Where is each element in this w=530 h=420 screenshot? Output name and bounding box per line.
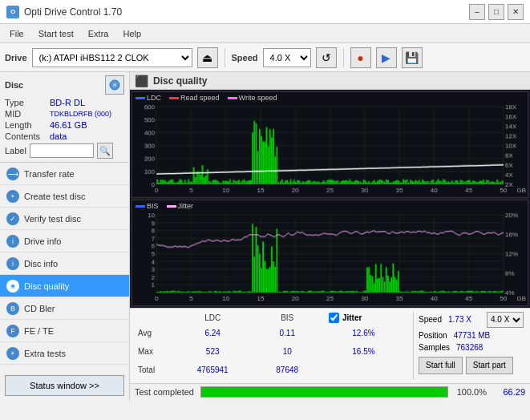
close-button[interactable]: ✕ xyxy=(508,4,524,20)
stats-max-row: Max 523 10 16.5% xyxy=(136,342,407,361)
main-layout: Disc Type BD-R DL MID TDKBLDRFB (000) Le… xyxy=(0,72,530,401)
sidebar-item-disc-info[interactable]: i Disc info xyxy=(0,252,129,275)
drive-select[interactable]: (k:) ATAPI iHBS112 2 CLOK xyxy=(32,48,192,67)
jitter-checkbox[interactable] xyxy=(329,313,339,323)
content-area: ⬛ Disc quality LDC Read speed xyxy=(130,72,530,401)
sidebar-item-create-test-disc-label: Create test disc xyxy=(24,192,85,201)
menu-bar: File Start test Extra Help xyxy=(0,24,530,43)
bottom-chart-legend: BIS Jitter xyxy=(136,202,193,210)
speed-label: Speed xyxy=(232,53,258,63)
col-header-empty xyxy=(136,312,172,324)
max-jitter: 16.5% xyxy=(321,342,407,361)
avg-ldc: 6.24 xyxy=(172,324,254,342)
speed-value: 1.73 X xyxy=(448,315,480,324)
sidebar-item-cd-bler-label: CD Bler xyxy=(24,304,55,313)
save-button[interactable]: 💾 xyxy=(402,47,423,68)
sidebar-item-drive-info[interactable]: i Drive info xyxy=(0,230,129,252)
total-label: Total xyxy=(136,361,172,379)
progress-area: Test completed 100.0% 66.29 xyxy=(130,383,530,401)
jitter-label: Jitter xyxy=(342,313,362,322)
sidebar-item-transfer-rate[interactable]: ⟶ Transfer rate xyxy=(0,163,129,185)
title-bar-left: O Opti Drive Control 1.70 xyxy=(6,6,122,18)
write-legend-label: Write speed xyxy=(239,94,277,102)
sidebar-item-cd-bler[interactable]: B CD Bler xyxy=(0,297,129,320)
content-title: Disc quality xyxy=(153,75,207,87)
legend-bis: BIS xyxy=(136,202,159,210)
menu-extra[interactable]: Extra xyxy=(82,27,115,40)
max-ldc: 523 xyxy=(172,342,254,361)
sidebar: Disc Type BD-R DL MID TDKBLDRFB (000) Le… xyxy=(0,72,130,401)
status-window-button[interactable]: Status window >> xyxy=(5,375,124,396)
avg-label: Avg xyxy=(136,324,172,342)
progress-bar-outer xyxy=(200,386,448,398)
sidebar-item-disc-quality-label: Disc quality xyxy=(24,281,69,291)
sidebar-item-verify-test-disc[interactable]: ✓ Verify test disc xyxy=(0,208,129,230)
write-legend-color xyxy=(228,97,237,99)
sidebar-item-disc-quality[interactable]: ★ Disc quality xyxy=(0,275,129,297)
read-button[interactable]: ▶ xyxy=(376,47,397,68)
top-chart-legend: LDC Read speed Write speed xyxy=(136,94,277,102)
sidebar-item-create-test-disc[interactable]: + Create test disc xyxy=(0,185,129,208)
disc-type-label: Type xyxy=(5,98,50,107)
toolbar: Drive (k:) ATAPI iHBS112 2 CLOK ⏏ Speed … xyxy=(0,43,530,72)
sidebar-item-transfer-rate-label: Transfer rate xyxy=(24,169,75,179)
menu-help[interactable]: Help xyxy=(116,27,148,40)
progress-percent: 100.0% xyxy=(455,387,487,397)
progress-label: Test completed xyxy=(135,387,194,397)
sidebar-item-extra-tests[interactable]: + Extra tests xyxy=(0,342,129,365)
read-legend-color xyxy=(169,97,179,99)
legend-ldc: LDC xyxy=(136,94,161,102)
position-row: Position 47731 MB xyxy=(419,331,524,340)
sidebar-item-disc-info-label: Disc info xyxy=(24,259,58,269)
start-buttons: Start full Start part xyxy=(419,357,524,374)
disc-contents-value: data xyxy=(50,131,124,141)
total-bis: 87648 xyxy=(254,361,321,379)
stats-table: LDC BIS Jitter Avg 6.24 0.11 12.6% xyxy=(136,312,407,380)
disc-contents-label: Contents xyxy=(5,131,50,141)
label-search-button[interactable]: 🔍 xyxy=(97,143,113,159)
sidebar-item-drive-info-label: Drive info xyxy=(24,236,61,246)
speed-select-stats[interactable]: 4.0 X2.0 X8.0 X xyxy=(487,312,524,328)
minimize-button[interactable]: – xyxy=(469,4,485,20)
top-chart: LDC Read speed Write speed xyxy=(131,91,528,198)
disc-section-header: Disc xyxy=(5,75,124,95)
eject-button[interactable]: ⏏ xyxy=(197,47,218,68)
max-label: Max xyxy=(136,342,172,361)
sidebar-item-extra-tests-label: Extra tests xyxy=(24,349,66,358)
disc-type-value: BD-R DL xyxy=(50,98,124,107)
bis-legend-color xyxy=(136,205,145,208)
disc-mid-label: MID xyxy=(5,109,50,119)
start-full-button[interactable]: Start full xyxy=(419,357,463,374)
sidebar-item-fe-te[interactable]: F FE / TE xyxy=(0,320,129,342)
maximize-button[interactable]: □ xyxy=(488,4,504,20)
progress-bar-inner xyxy=(201,387,447,397)
disc-length-value: 46.61 GB xyxy=(50,120,124,130)
stats-right-panel: Speed 1.73 X 4.0 X2.0 X8.0 X Position 47… xyxy=(413,312,524,380)
legend-jitter: Jitter xyxy=(167,202,194,210)
bis-legend-label: BIS xyxy=(147,202,159,210)
write-button[interactable]: ● xyxy=(350,47,371,68)
stats-area: LDC BIS Jitter Avg 6.24 0.11 12.6% xyxy=(130,308,530,383)
content-header: ⬛ Disc quality xyxy=(130,72,530,90)
samples-label: Samples xyxy=(419,343,450,352)
top-chart-canvas xyxy=(132,92,528,197)
app-title: Opti Drive Control 1.70 xyxy=(24,6,122,18)
disc-image-button[interactable] xyxy=(105,75,124,95)
speed-select[interactable]: 4.0 X 2.0 X 8.0 X xyxy=(263,48,311,67)
menu-file[interactable]: File xyxy=(3,27,30,40)
menu-start-test[interactable]: Start test xyxy=(32,27,80,40)
toolbar-sep-1 xyxy=(225,48,225,67)
disc-contents-row: Contents data xyxy=(5,131,124,141)
samples-value: 763268 xyxy=(456,343,483,352)
create-test-disc-icon: + xyxy=(6,190,19,203)
disc-info-icon: i xyxy=(6,257,19,270)
avg-jitter: 12.6% xyxy=(321,324,407,342)
refresh-button[interactable]: ↺ xyxy=(316,47,337,68)
bottom-chart: BIS Jitter xyxy=(131,200,528,306)
start-part-button[interactable]: Start part xyxy=(466,357,513,374)
legend-read-speed: Read speed xyxy=(169,94,220,102)
disc-label-input[interactable] xyxy=(30,143,94,158)
max-bis: 10 xyxy=(254,342,321,361)
drive-info-icon: i xyxy=(6,235,19,248)
jitter-legend-label: Jitter xyxy=(178,202,194,210)
